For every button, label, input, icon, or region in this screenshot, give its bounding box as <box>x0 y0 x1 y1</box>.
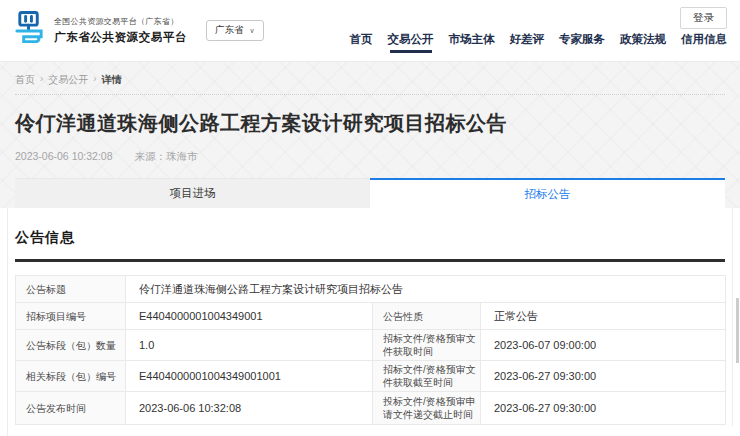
tab-0[interactable]: 项目进场 <box>15 178 370 208</box>
field-label: 招标文件/资格预审文件获取时间 <box>373 330 481 361</box>
tab-1[interactable]: 招标公告 <box>370 178 725 208</box>
scrollbar-thumb[interactable] <box>736 298 739 363</box>
field-value: E4404000001004349001001 <box>126 361 373 392</box>
announcement-section: 公告信息 公告标题伶仃洋通道珠海侧公路工程方案设计研究项目招标公告招标项目编号E… <box>0 208 740 436</box>
field-label: 相关标段（包）编号 <box>16 361 126 392</box>
site-header: 全国公共资源交易平台（广东省） 广东省公共资源交易平台 广东省 ∨ 登录 首页交… <box>0 0 740 62</box>
table-row: 公告标段（包）数量1.0招标文件/资格预审文件获取时间2023-06-07 09… <box>16 330 726 361</box>
login-button[interactable]: 登录 <box>680 7 727 29</box>
nav-item-6[interactable]: 信用信息 <box>681 32 727 55</box>
article-source: 来源：珠海市 <box>135 150 198 164</box>
page-title: 伶仃洋通道珠海侧公路工程方案设计研究项目招标公告 <box>15 110 725 137</box>
field-label: 投标文件/资格预审申请文件递交截止时间 <box>373 392 481 425</box>
table-row: 公告发布时间2023-06-06 10:32:08投标文件/资格预审申请文件递交… <box>16 392 726 425</box>
site-title-small: 全国公共资源交易平台（广东省） <box>54 16 187 27</box>
field-value: 正常公告 <box>481 303 726 330</box>
field-label: 公告性质 <box>373 303 481 330</box>
announcement-info-table: 公告标题伶仃洋通道珠海侧公路工程方案设计研究项目招标公告招标项目编号E44040… <box>15 275 726 425</box>
field-label: 公告发布时间 <box>16 392 126 425</box>
article-hero: 首页›交易公开›详情 伶仃洋通道珠海侧公路工程方案设计研究项目招标公告 2023… <box>0 62 740 208</box>
breadcrumb-separator: › <box>93 73 96 87</box>
field-value: 2023-06-27 09:30:00 <box>481 392 726 425</box>
section-divider <box>15 259 725 262</box>
field-value: 1.0 <box>126 330 373 361</box>
nav-item-0[interactable]: 首页 <box>350 32 373 55</box>
section-title: 公告信息 <box>15 208 725 247</box>
main-nav: 首页交易公开市场主体好差评专家服务政策法规信用信息 <box>335 32 728 55</box>
breadcrumb-item-2: 详情 <box>102 73 122 87</box>
chevron-down-icon: ∨ <box>250 27 255 35</box>
detail-tabs: 项目进场招标公告 <box>15 178 725 208</box>
breadcrumb: 首页›交易公开›详情 <box>15 62 725 95</box>
field-label: 公告标段（包）数量 <box>16 330 126 361</box>
field-value: 2023-06-06 10:32:08 <box>126 392 373 425</box>
brand: 全国公共资源交易平台（广东省） 广东省公共资源交易平台 广东省 ∨ <box>13 0 264 61</box>
nav-item-4[interactable]: 专家服务 <box>559 32 605 55</box>
nav-item-2[interactable]: 市场主体 <box>449 32 495 55</box>
table-row: 公告标题伶仃洋通道珠海侧公路工程方案设计研究项目招标公告 <box>16 276 726 303</box>
breadcrumb-item-1[interactable]: 交易公开 <box>48 73 88 87</box>
site-logo-icon <box>13 9 46 53</box>
field-value: 2023-06-27 09:30:00 <box>481 361 726 392</box>
site-title-main: 广东省公共资源交易平台 <box>54 30 187 45</box>
nav-item-5[interactable]: 政策法规 <box>620 32 666 55</box>
field-value: 2023-06-07 09:00:00 <box>481 330 726 361</box>
breadcrumb-separator: › <box>40 73 43 87</box>
field-label: 招标项目编号 <box>16 303 126 330</box>
breadcrumb-item-0[interactable]: 首页 <box>15 73 35 87</box>
field-label: 招标文件/资格预审文件获取截至时间 <box>373 361 481 392</box>
field-value: 伶仃洋通道珠海侧公路工程方案设计研究项目招标公告 <box>126 276 726 303</box>
field-value: E4404000001004349001 <box>126 303 373 330</box>
table-row: 招标项目编号E4404000001004349001公告性质正常公告 <box>16 303 726 330</box>
table-row: 相关标段（包）编号E4404000001004349001001招标文件/资格预… <box>16 361 726 392</box>
nav-item-3[interactable]: 好差评 <box>510 32 545 55</box>
publish-time: 2023-06-06 10:32:08 <box>15 150 113 164</box>
nav-item-1[interactable]: 交易公开 <box>388 32 434 55</box>
field-label: 公告标题 <box>16 276 126 303</box>
region-selector[interactable]: 广东省 ∨ <box>206 20 264 41</box>
